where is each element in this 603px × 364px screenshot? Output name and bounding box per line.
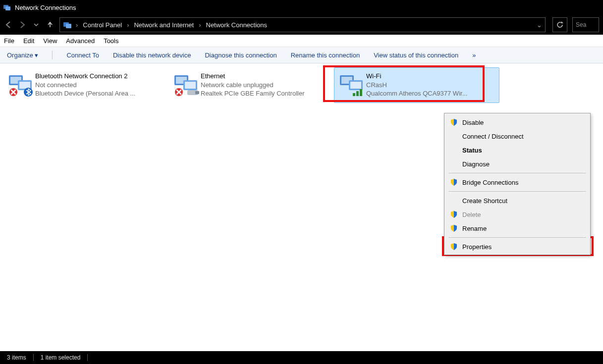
nav-recent-dropdown[interactable] [32, 20, 41, 29]
address-bar[interactable]: › Control Panel › Network and Internet ›… [59, 17, 546, 32]
menu-bar: File Edit View Advanced Tools [0, 35, 603, 47]
cmd-diagnose[interactable]: Diagnose this connection [205, 52, 276, 59]
window-icon [3, 3, 11, 11]
search-input[interactable]: Sea [572, 17, 599, 32]
separator [87, 354, 88, 361]
ctx-delete[interactable]: Delete [445, 208, 589, 221]
chevron-right-icon: › [127, 21, 129, 29]
ctx-rename[interactable]: Rename [445, 221, 589, 235]
shield-icon [448, 178, 459, 186]
network-icon [6, 71, 35, 100]
svg-rect-1 [5, 6, 10, 10]
connection-item-bluetooth[interactable]: Bluetooth Network Connection 2 Not conne… [3, 67, 168, 103]
svg-rect-23 [360, 89, 362, 96]
network-icon [337, 71, 366, 100]
cmd-connect-to[interactable]: Connect To [66, 52, 99, 59]
address-dropdown-icon[interactable]: ⌄ [537, 21, 542, 29]
titlebar: Network Connections [0, 0, 603, 15]
ctx-create-shortcut[interactable]: Create Shortcut [445, 194, 589, 208]
address-icon [63, 20, 72, 29]
breadcrumb-item[interactable]: Network Connections [206, 21, 268, 29]
item-device: Qualcomm Atheros QCA9377 Wir... [366, 89, 467, 98]
nav-back-button[interactable] [4, 20, 13, 29]
breadcrumb-item[interactable]: Control Panel [83, 21, 122, 29]
window-title: Network Connections [15, 4, 76, 11]
ctx-status[interactable]: Status [445, 143, 589, 157]
cmd-disable[interactable]: Disable this network device [113, 52, 191, 59]
refresh-button[interactable] [552, 17, 567, 32]
chevron-down-icon: ▾ [35, 52, 38, 59]
address-bar-row: › Control Panel › Network and Internet ›… [0, 15, 603, 35]
ctx-bridge[interactable]: Bridge Connections [445, 175, 589, 189]
item-device: Realtek PCIe GBE Family Controller [201, 89, 305, 98]
separator [52, 51, 53, 59]
svg-rect-13 [185, 82, 196, 89]
chevron-right-icon: › [199, 21, 201, 29]
separator [448, 237, 586, 238]
shield-icon [448, 210, 459, 218]
nav-up-button[interactable] [46, 20, 55, 29]
content-area: Bluetooth Network Connection 2 Not conne… [0, 63, 603, 351]
menu-advanced[interactable]: Advanced [66, 37, 95, 45]
cmd-rename[interactable]: Rename this connection [291, 52, 360, 59]
item-device: Bluetooth Device (Personal Area ... [35, 89, 135, 98]
search-placeholder: Sea [576, 21, 586, 28]
svg-rect-16 [195, 91, 199, 94]
separator [448, 191, 586, 192]
svg-rect-20 [350, 82, 361, 89]
item-status: Network cable unplugged [201, 81, 305, 90]
item-status: CRasH [366, 81, 467, 90]
connection-item-ethernet[interactable]: Ethernet Network cable unplugged Realtek… [168, 67, 334, 103]
svg-rect-7 [19, 82, 30, 89]
cmd-organize[interactable]: Organize ▾ [7, 52, 38, 59]
ctx-properties[interactable]: Properties [445, 240, 589, 254]
menu-view[interactable]: View [43, 37, 57, 45]
nav-forward-button[interactable] [18, 20, 27, 29]
network-icon [172, 71, 201, 100]
command-bar: Organize ▾ Connect To Disable this netwo… [0, 47, 603, 63]
shield-icon [448, 118, 459, 126]
item-name: Bluetooth Network Connection 2 [35, 72, 135, 81]
context-menu: Disable Connect / Disconnect Status Diag… [444, 113, 591, 255]
shield-icon [448, 243, 459, 251]
separator [448, 173, 586, 173]
connection-item-wifi[interactable]: Wi-Fi CRasH Qualcomm Atheros QCA9377 Wir… [334, 67, 499, 103]
separator [33, 354, 34, 361]
svg-rect-3 [66, 24, 71, 28]
ctx-connect-disconnect[interactable]: Connect / Disconnect [445, 129, 589, 143]
cmd-more[interactable]: » [472, 52, 476, 59]
item-name: Wi-Fi [366, 72, 467, 81]
chevron-right-icon: › [76, 21, 78, 29]
status-bar: 3 items 1 item selected [0, 351, 603, 364]
item-name: Ethernet [201, 72, 305, 81]
menu-edit[interactable]: Edit [23, 37, 34, 45]
cmd-view-status[interactable]: View status of this connection [374, 52, 458, 59]
menu-file[interactable]: File [4, 37, 14, 45]
shield-icon [448, 224, 459, 232]
status-selected: 1 item selected [41, 354, 81, 361]
status-count: 3 items [7, 354, 26, 361]
ctx-disable[interactable]: Disable [445, 115, 589, 129]
menu-tools[interactable]: Tools [104, 37, 118, 45]
item-status: Not connected [35, 81, 135, 90]
svg-rect-22 [356, 91, 359, 96]
breadcrumb-item[interactable]: Network and Internet [134, 21, 194, 29]
svg-rect-21 [353, 93, 355, 96]
ctx-diagnose[interactable]: Diagnose [445, 157, 589, 171]
